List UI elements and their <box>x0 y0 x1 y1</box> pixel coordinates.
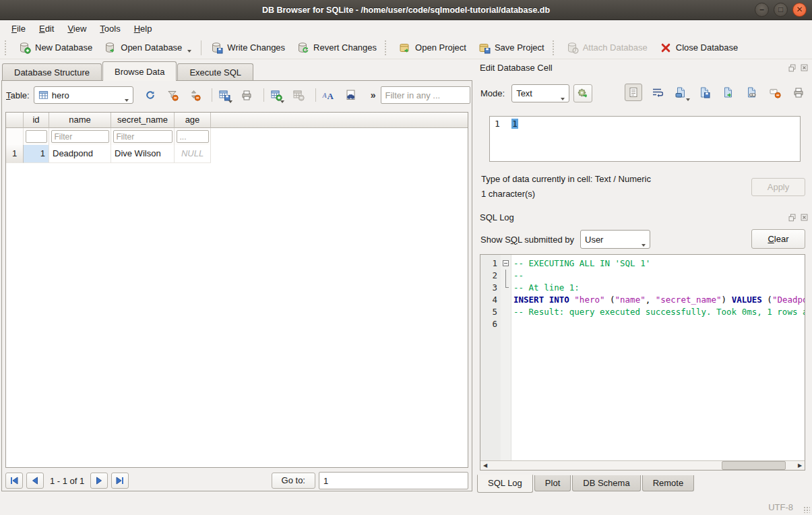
column-header-secret-name[interactable]: secret_name <box>111 113 175 128</box>
tab-execute-sql[interactable]: Execute SQL <box>177 63 253 80</box>
save-table-button[interactable] <box>216 86 233 104</box>
nav-first-button[interactable] <box>5 473 23 489</box>
word-wrap-button[interactable] <box>648 84 666 101</box>
sql-fold-margin[interactable] <box>501 255 511 460</box>
delete-row-icon <box>292 89 305 101</box>
chevron-down-icon[interactable] <box>187 50 191 53</box>
write-changes-button[interactable]: Write Changes <box>205 39 291 57</box>
nav-prev-button[interactable] <box>26 473 44 489</box>
import-file-button[interactable] <box>672 84 689 101</box>
table-grid-icon <box>38 90 49 100</box>
tab-database-structure[interactable]: Database Structure <box>2 63 102 80</box>
column-header-id[interactable]: id <box>24 113 49 128</box>
minimize-button[interactable]: – <box>755 3 769 17</box>
scrollbar-thumb[interactable] <box>722 461 786 470</box>
title-bar[interactable]: DB Browser for SQLite - /home/user/code/… <box>0 0 812 20</box>
menu-help[interactable]: Help <box>128 22 158 36</box>
refresh-button[interactable] <box>142 86 159 104</box>
dock-tab-sql-log[interactable]: SQL Log <box>477 475 533 493</box>
fold-marker[interactable] <box>501 258 511 270</box>
scroll-right-icon[interactable]: ▶ <box>795 461 805 470</box>
close-database-button[interactable]: Close Database <box>654 39 745 57</box>
revert-changes-button[interactable]: Revert Changes <box>291 39 383 57</box>
edit-cell-dock-close-button[interactable] <box>799 63 809 72</box>
scrollbar-track[interactable] <box>490 461 795 470</box>
revert-changes-label: Revert Changes <box>313 42 377 53</box>
dock-tab-remote[interactable]: Remote <box>642 475 695 491</box>
goto-button[interactable]: Go to: <box>272 473 315 489</box>
edit-cell-dock-float-button[interactable] <box>787 63 797 72</box>
fold-marker <box>501 282 511 294</box>
link-file-button[interactable] <box>743 84 760 101</box>
resize-grip[interactable] <box>803 506 810 513</box>
new-database-button[interactable]: New Database <box>13 39 98 57</box>
sql-log-editor[interactable]: 123456 -- EXECUTING ALL IN 'SQL 1'---- A… <box>480 254 805 471</box>
toolbar-separator <box>263 88 264 102</box>
filter-input-id[interactable] <box>26 130 47 143</box>
mode-select[interactable]: Text <box>511 84 569 102</box>
goto-input[interactable] <box>319 472 468 489</box>
clear-filter-button[interactable] <box>164 86 181 104</box>
table-select[interactable]: hero <box>34 86 133 104</box>
cell-name[interactable]: Deadpond <box>49 145 111 163</box>
set-null-button[interactable] <box>766 84 784 101</box>
dock-tab-plot[interactable]: Plot <box>534 475 571 491</box>
clear-log-button[interactable]: Clear <box>751 229 805 249</box>
nav-last-button[interactable] <box>111 473 129 489</box>
sql-line-number: 4 <box>480 294 497 306</box>
export-file-button[interactable] <box>719 84 737 101</box>
insert-row-button[interactable] <box>268 86 285 104</box>
font-button[interactable]: AA <box>319 86 337 104</box>
filter-input-secret-name[interactable] <box>113 130 173 143</box>
save-file-button[interactable] <box>695 84 713 101</box>
cell-secret-name[interactable]: Dive Wilson <box>111 145 175 163</box>
close-button[interactable]: ✕ <box>792 3 807 17</box>
column-header-name[interactable]: name <box>49 113 111 128</box>
toolbar-overflow-chevron[interactable]: » <box>371 90 376 100</box>
open-project-button[interactable]: Open Project <box>393 39 472 57</box>
mode-settings-button[interactable] <box>573 84 592 102</box>
print-button[interactable] <box>790 84 807 101</box>
clear-sort-button[interactable] <box>186 86 204 104</box>
nav-next-icon <box>94 476 104 485</box>
doc-text-button[interactable] <box>625 84 642 101</box>
filter-any-input[interactable] <box>381 86 470 104</box>
sql-submitter-select[interactable]: User <box>580 230 650 249</box>
grid-filter-row <box>6 128 468 145</box>
data-grid[interactable]: idnamesecret_nameage 11DeadpondDive Wils… <box>5 112 468 468</box>
maximize-button[interactable]: □ <box>774 3 788 17</box>
cell-editor[interactable]: 1 1 <box>489 116 801 162</box>
sql-log-dock-float-button[interactable] <box>787 212 797 222</box>
menu-tools[interactable]: Tools <box>94 22 126 36</box>
print-button[interactable] <box>238 86 255 104</box>
sql-log-dock-close-button[interactable] <box>799 212 809 222</box>
sql-log-title: SQL Log <box>480 212 514 222</box>
toolbar-handle[interactable] <box>385 40 388 55</box>
toolbar-handle[interactable] <box>5 40 8 55</box>
fold-collapse-icon[interactable] <box>503 260 509 266</box>
save-project-button[interactable]: Save Project <box>472 39 551 57</box>
sql-horizontal-scrollbar[interactable]: ◀ ▶ <box>480 460 805 470</box>
encoding-indicator[interactable]: UTF-8 <box>768 502 793 512</box>
menu-file[interactable]: File <box>5 22 32 36</box>
cell-editor-text[interactable]: 1 <box>507 117 518 161</box>
find-button[interactable] <box>342 86 359 104</box>
attach-database-label: Attach Database <box>583 42 648 53</box>
menu-view[interactable]: View <box>61 22 92 36</box>
toolbar-handle[interactable] <box>553 40 556 55</box>
dock-float-icon <box>788 213 797 222</box>
column-header-age[interactable]: age <box>175 113 211 128</box>
filter-input-age[interactable] <box>177 130 209 143</box>
dock-tab-db-schema[interactable]: DB Schema <box>572 475 640 491</box>
scroll-left-icon[interactable]: ◀ <box>480 461 490 470</box>
cell-id[interactable]: 1 <box>24 145 49 163</box>
menu-edit[interactable]: Edit <box>33 22 60 36</box>
nav-next-button[interactable] <box>90 473 108 489</box>
filter-input-name[interactable] <box>51 130 109 143</box>
apply-button[interactable]: Apply <box>751 178 805 196</box>
row-header[interactable]: 1 <box>6 145 24 163</box>
tab-browse-data[interactable]: Browse Data <box>102 61 177 81</box>
open-database-button[interactable]: Open Database <box>98 39 197 57</box>
new-database-label: New Database <box>35 42 92 53</box>
cell-age[interactable]: NULL <box>175 145 211 163</box>
